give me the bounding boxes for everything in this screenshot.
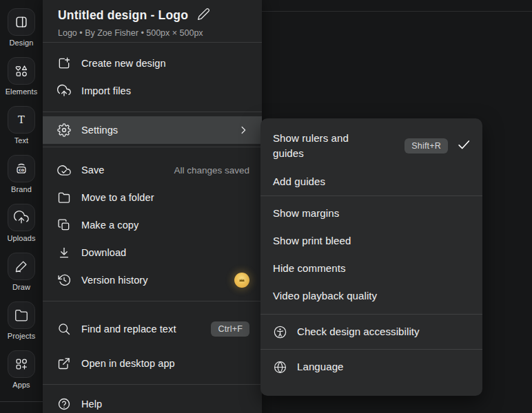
- menu-item-find-and-replace[interactable]: Find and replace text Ctrl+F: [43, 308, 262, 350]
- menu-item-label: Find and replace text: [81, 322, 176, 336]
- external-link-icon: [57, 357, 71, 370]
- help-icon: [57, 397, 71, 411]
- chevron-right-icon: [237, 124, 249, 136]
- menu-item-label: Open in desktop app: [81, 357, 175, 370]
- sidebar-item-draw[interactable]: Draw: [0, 253, 43, 291]
- sidebar-bottom-divider: [0, 401, 43, 402]
- sidebar: Design Elements T Text co Brand: [0, 0, 43, 413]
- design-title: Untitled design - Logo: [58, 8, 188, 23]
- submenu-item-label: Language: [297, 359, 344, 374]
- settings-submenu: Show rulers and guides Shift+R Add guide…: [260, 118, 482, 396]
- design-icon: [8, 8, 35, 36]
- menu-item-label: Download: [81, 246, 126, 260]
- submenu-item-show-rulers-and-guides[interactable]: Show rulers and guides Shift+R: [260, 124, 482, 168]
- import-cloud-icon: [57, 84, 71, 98]
- pro-crown-badge: [234, 273, 249, 288]
- sidebar-item-projects[interactable]: Projects: [0, 301, 43, 340]
- sidebar-item-brand[interactable]: co Brand: [0, 155, 43, 193]
- submenu-item-label: Check design accessibility: [297, 324, 420, 339]
- sidebar-item-elements[interactable]: Elements: [0, 57, 43, 96]
- uploads-icon: [8, 204, 35, 231]
- create-new-icon: [57, 56, 71, 70]
- menu-item-open-in-desktop-app[interactable]: Open in desktop app: [43, 350, 262, 377]
- check-icon: [456, 137, 471, 155]
- file-menu-header: Untitled design - Logo Logo • By Zoe Fis…: [43, 0, 262, 42]
- download-icon: [57, 246, 71, 260]
- sidebar-item-label: Uploads: [7, 234, 35, 242]
- menu-item-label: Create new design: [81, 56, 166, 70]
- submenu-item-hide-comments[interactable]: Hide comments: [260, 255, 482, 282]
- menu-item-import-files[interactable]: Import files: [43, 77, 262, 105]
- menu-item-save[interactable]: Save All changes saved: [43, 156, 262, 184]
- menu-item-label: Import files: [81, 84, 131, 98]
- apps-icon: [8, 350, 35, 378]
- submenu-item-check-design-accessibility[interactable]: Check design accessibility: [260, 315, 482, 349]
- submenu-item-label: Show margins: [273, 206, 339, 221]
- sidebar-item-text[interactable]: T Text: [0, 106, 43, 145]
- elements-icon: [8, 57, 35, 85]
- brand-icon: co: [8, 155, 35, 182]
- submenu-item-language[interactable]: Language: [260, 350, 482, 384]
- folder-icon: [57, 191, 71, 204]
- design-meta: Logo • By Zoe Fisher • 500px × 500px: [58, 28, 247, 38]
- sidebar-item-design[interactable]: Design: [0, 8, 43, 47]
- accessibility-icon: [273, 325, 287, 339]
- submenu-item-show-print-bleed[interactable]: Show print bleed: [260, 227, 482, 255]
- save-status: All changes saved: [174, 165, 249, 176]
- sidebar-item-label: Text: [14, 136, 29, 145]
- globe-icon: [273, 360, 287, 374]
- text-icon: T: [8, 106, 35, 134]
- file-menu: Untitled design - Logo Logo • By Zoe Fis…: [43, 0, 262, 413]
- history-icon: [57, 273, 71, 287]
- menu-item-label: Save: [81, 163, 104, 177]
- shortcut-badge: Ctrl+F: [211, 321, 249, 337]
- sidebar-item-label: Projects: [8, 332, 36, 340]
- projects-icon: [8, 301, 35, 329]
- svg-text:T: T: [18, 114, 25, 125]
- submenu-item-show-margins[interactable]: Show margins: [260, 200, 482, 227]
- menu-item-help[interactable]: Help: [43, 390, 262, 413]
- menu-item-label: Version history: [81, 273, 148, 287]
- svg-text:co: co: [19, 167, 25, 173]
- menu-item-move-to-folder[interactable]: Move to a folder: [43, 184, 262, 211]
- submenu-item-label: Video playback quality: [273, 288, 377, 304]
- menu-item-label: Make a copy: [81, 218, 139, 232]
- sidebar-item-label: Draw: [12, 283, 30, 291]
- submenu-item-add-guides[interactable]: Add guides: [260, 168, 482, 195]
- rename-button[interactable]: [197, 8, 210, 23]
- shortcut-badge: Shift+R: [405, 138, 448, 153]
- cloud-check-icon: [57, 163, 71, 177]
- sidebar-item-label: Elements: [6, 87, 38, 96]
- menu-item-create-new-design[interactable]: Create new design: [43, 50, 262, 77]
- menu-item-version-history[interactable]: Version history: [43, 266, 262, 294]
- menu-item-settings[interactable]: Settings: [43, 116, 262, 144]
- menu-item-label: Move to a folder: [81, 191, 154, 204]
- sidebar-item-label: Brand: [11, 185, 32, 193]
- sidebar-item-label: Apps: [12, 381, 30, 389]
- submenu-item-label: Show print bleed: [273, 233, 351, 248]
- pencil-icon: [197, 8, 210, 23]
- sidebar-item-label: Design: [10, 39, 34, 47]
- gear-icon: [57, 123, 71, 137]
- search-icon: [57, 322, 71, 336]
- menu-item-download[interactable]: Download: [43, 239, 262, 266]
- toolbar-edge-line: [262, 11, 532, 12]
- copy-icon: [57, 218, 71, 232]
- sidebar-item-uploads[interactable]: Uploads: [0, 204, 43, 242]
- submenu-item-label: Hide comments: [273, 261, 346, 276]
- menu-item-label: Help: [81, 397, 102, 411]
- menu-item-label: Settings: [81, 123, 118, 137]
- submenu-item-label: Add guides: [273, 174, 325, 189]
- draw-icon: [8, 253, 35, 280]
- submenu-item-video-playback-quality[interactable]: Video playback quality: [260, 282, 482, 310]
- menu-item-make-a-copy[interactable]: Make a copy: [43, 211, 262, 239]
- sidebar-item-apps[interactable]: Apps: [0, 350, 43, 389]
- submenu-item-label: Show rulers and guides: [273, 131, 376, 161]
